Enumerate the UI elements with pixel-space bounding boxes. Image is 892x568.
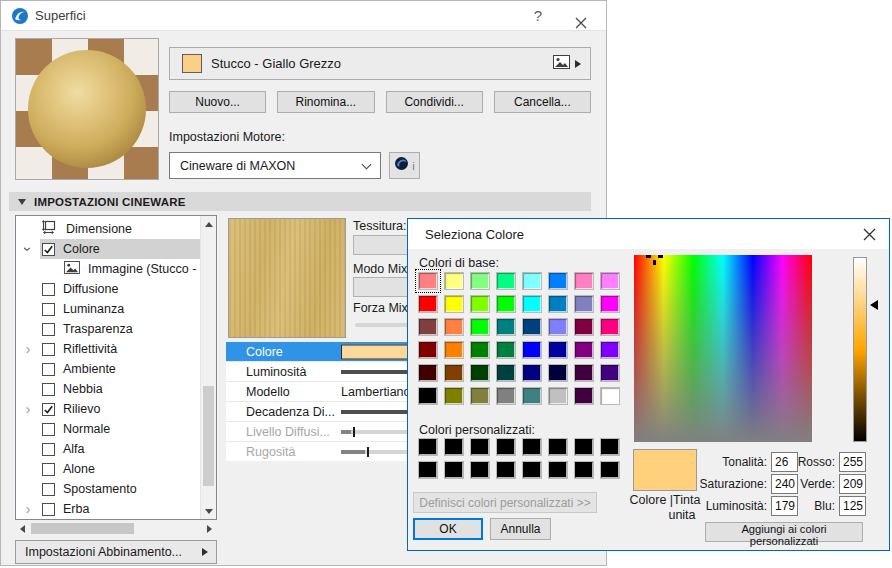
material-selector[interactable]: Stucco - Giallo Grezzo — [169, 47, 591, 80]
basic-color-swatch[interactable] — [548, 272, 568, 290]
basic-color-swatch[interactable] — [418, 272, 438, 290]
cancel-button[interactable]: Annulla — [490, 518, 551, 540]
basic-color-swatch[interactable] — [522, 272, 542, 290]
tree-item-normale[interactable]: Normale — [16, 419, 200, 439]
expander-closed-icon[interactable]: › — [16, 342, 40, 356]
basic-color-swatch[interactable] — [574, 272, 594, 290]
add-custom-color-button[interactable]: Aggiungi ai colori personalizzati — [705, 522, 863, 542]
tree-item-alfa[interactable]: Alfa — [16, 439, 200, 459]
basic-color-swatch[interactable] — [548, 387, 568, 405]
basic-color-swatch[interactable] — [600, 364, 620, 382]
close-button[interactable] — [563, 1, 599, 31]
basic-color-swatch[interactable] — [548, 341, 568, 359]
custom-color-swatch[interactable] — [522, 438, 542, 456]
basic-color-swatch[interactable] — [548, 364, 568, 382]
basic-color-swatch[interactable] — [444, 341, 464, 359]
custom-color-swatch[interactable] — [496, 438, 516, 456]
tree-item-dimensione[interactable]: Dimensione — [16, 219, 200, 239]
checkbox-checked[interactable] — [42, 243, 55, 256]
checkbox[interactable] — [42, 443, 55, 456]
rename-button[interactable]: Rinomina... — [277, 91, 374, 113]
titlebar[interactable]: Superfici ? — [1, 1, 606, 31]
matching-settings-button[interactable]: Impostazioni Abbinamento... — [15, 540, 217, 564]
help-button[interactable]: ? — [520, 1, 556, 31]
basic-color-swatch[interactable] — [548, 318, 568, 336]
hue-saturation-field[interactable] — [634, 255, 812, 442]
custom-color-swatch[interactable] — [470, 438, 490, 456]
checkbox[interactable] — [42, 323, 55, 336]
expander-open-icon[interactable]: › — [16, 242, 40, 256]
checkbox[interactable] — [42, 363, 55, 376]
checkbox[interactable] — [42, 303, 55, 316]
tree-item-rilievo[interactable]: ›Rilievo — [16, 399, 200, 419]
basic-color-swatch[interactable] — [444, 387, 464, 405]
basic-color-swatch[interactable] — [522, 318, 542, 336]
tree-item-alone[interactable]: Alone — [16, 459, 200, 479]
tree-item-spostamento[interactable]: Spostamento — [16, 479, 200, 499]
custom-color-swatch[interactable] — [600, 438, 620, 456]
dialog-close-button[interactable] — [863, 227, 877, 241]
basic-color-swatch[interactable] — [522, 364, 542, 382]
basic-color-swatch[interactable] — [600, 318, 620, 336]
expander-closed-icon[interactable]: › — [16, 402, 40, 416]
basic-color-swatch[interactable] — [496, 272, 516, 290]
material-image-icon[interactable] — [553, 55, 570, 73]
custom-color-swatch[interactable] — [548, 438, 568, 456]
checkbox[interactable] — [42, 483, 55, 496]
green-field[interactable]: 209 — [839, 474, 866, 494]
cineware-info-button[interactable]: i — [389, 152, 420, 179]
basic-color-swatch[interactable] — [600, 387, 620, 405]
basic-color-swatch[interactable] — [600, 341, 620, 359]
cineware-section-header[interactable]: IMPOSTAZIONI CINEWARE — [9, 192, 591, 211]
tree-horizontal-scrollbar[interactable] — [15, 521, 217, 536]
blue-field[interactable]: 125 — [839, 496, 866, 516]
basic-color-swatch[interactable] — [574, 364, 594, 382]
basic-color-swatch[interactable] — [574, 387, 594, 405]
basic-color-swatch[interactable] — [444, 295, 464, 313]
tree-item-erba[interactable]: ›Erba — [16, 499, 200, 519]
delete-button[interactable]: Cancella... — [494, 91, 591, 113]
ok-button[interactable]: OK — [413, 518, 483, 540]
basic-color-swatch[interactable] — [496, 295, 516, 313]
tree-item-immagine-stucco-giallo[interactable]: Immagine (Stucco - Giallo — [16, 259, 200, 279]
custom-color-swatch[interactable] — [444, 461, 464, 479]
tree-item-nebbia[interactable]: Nebbia — [16, 379, 200, 399]
tree-item-ambiente[interactable]: Ambiente — [16, 359, 200, 379]
basic-color-swatch[interactable] — [522, 295, 542, 313]
custom-color-swatch[interactable] — [574, 438, 594, 456]
tree-item-trasparenza[interactable]: Trasparenza — [16, 319, 200, 339]
basic-color-swatch[interactable] — [574, 341, 594, 359]
scroll-right-arrow-icon[interactable] — [202, 521, 217, 536]
custom-color-swatch[interactable] — [496, 461, 516, 479]
horizontal-scroll-thumb[interactable] — [31, 523, 134, 534]
basic-color-swatch[interactable] — [574, 318, 594, 336]
custom-color-swatch[interactable] — [418, 438, 438, 456]
basic-color-swatch[interactable] — [574, 295, 594, 313]
custom-color-swatch[interactable] — [418, 461, 438, 479]
share-button[interactable]: Condividi... — [386, 91, 483, 113]
checkbox[interactable] — [42, 283, 55, 296]
custom-color-swatch[interactable] — [600, 461, 620, 479]
checkbox[interactable] — [42, 343, 55, 356]
engine-dropdown[interactable]: Cineware di MAXON — [169, 152, 381, 179]
basic-color-swatch[interactable] — [418, 318, 438, 336]
red-field[interactable]: 255 — [839, 452, 866, 472]
tree-vertical-scrollbar[interactable] — [200, 216, 216, 519]
vertical-scroll-thumb[interactable] — [203, 386, 214, 486]
custom-color-swatch[interactable] — [522, 461, 542, 479]
dialog-titlebar[interactable]: Seleziona Colore — [408, 219, 889, 249]
checkbox[interactable] — [42, 503, 55, 516]
basic-color-swatch[interactable] — [470, 318, 490, 336]
basic-color-swatch[interactable] — [522, 387, 542, 405]
scroll-up-arrow-icon[interactable] — [201, 216, 217, 232]
basic-color-swatch[interactable] — [548, 295, 568, 313]
new-button[interactable]: Nuovo... — [169, 91, 266, 113]
tree-item-riflettivit[interactable]: ›Riflettività — [16, 339, 200, 359]
texture-thumbnail[interactable] — [228, 218, 346, 338]
basic-color-swatch[interactable] — [496, 318, 516, 336]
luminance-bar[interactable] — [853, 257, 867, 442]
basic-color-swatch[interactable] — [418, 295, 438, 313]
tree-item-colore[interactable]: ›Colore — [16, 239, 200, 259]
basic-color-swatch[interactable] — [444, 318, 464, 336]
custom-color-swatch[interactable] — [574, 461, 594, 479]
